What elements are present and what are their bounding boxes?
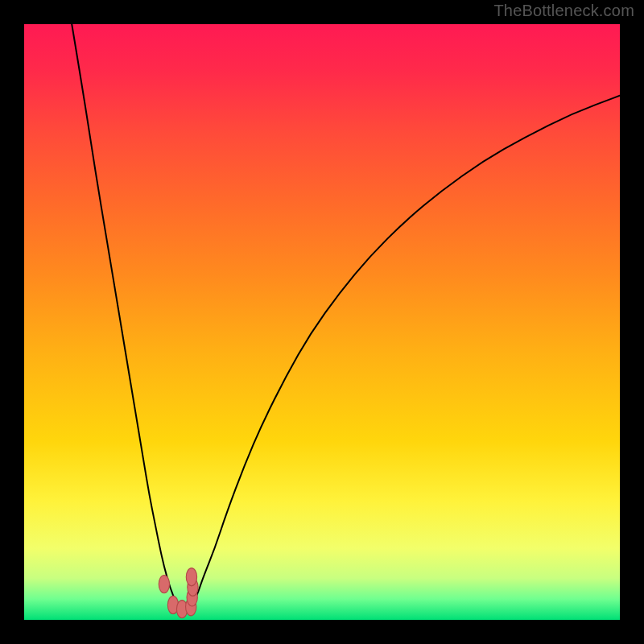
- chart-frame: TheBottleneck.com: [0, 0, 644, 644]
- marker-point: [186, 568, 196, 586]
- marker-point: [159, 576, 169, 593]
- bottleneck-chart: [24, 24, 620, 620]
- plot-background: [24, 24, 620, 620]
- watermark-text: TheBottleneck.com: [493, 2, 634, 20]
